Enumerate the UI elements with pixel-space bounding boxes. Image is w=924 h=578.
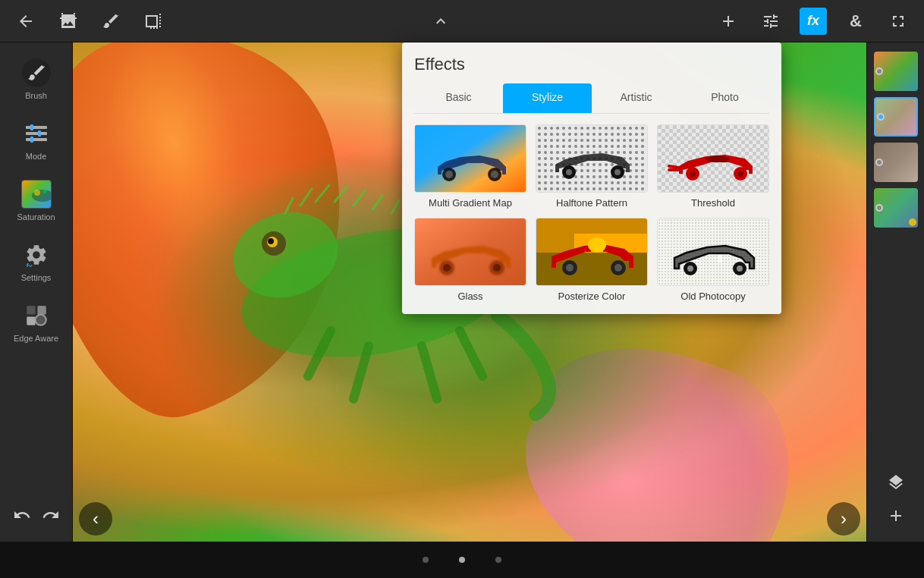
add-image-button[interactable] (55, 8, 82, 35)
effect-thumb-old-photocopy: 3 (657, 218, 769, 286)
sidebar-tool-mode[interactable]: Mode (6, 112, 67, 167)
selection-button[interactable] (140, 8, 167, 35)
svg-point-57 (614, 264, 622, 272)
svg-rect-59 (658, 218, 769, 286)
fullscreen-button[interactable] (885, 8, 912, 35)
saturation-icon (21, 179, 52, 209)
settings-label: Settings (21, 273, 52, 282)
layer-4-radio (875, 204, 883, 212)
effect-multi-gradient-map[interactable]: Multi Gradient Map (414, 124, 526, 209)
sidebar-tool-brush[interactable]: Brush (6, 52, 67, 106)
svg-point-27 (491, 171, 498, 178)
layer-4-thumb[interactable] (874, 188, 918, 228)
tab-artistic[interactable]: Artistic (592, 83, 680, 113)
svg-point-7 (34, 190, 40, 196)
sidebar-tool-edge-aware[interactable]: Edge Aware (6, 294, 67, 349)
brush-icon (21, 58, 52, 88)
sidebar-tool-saturation[interactable]: Saturation (6, 173, 67, 228)
svg-point-34 (614, 169, 621, 175)
svg-rect-1 (26, 132, 47, 135)
brush-label: Brush (25, 91, 47, 100)
svg-point-8 (42, 189, 47, 193)
bottom-dot-2 (459, 557, 465, 563)
layer-1-thumb[interactable] (874, 52, 918, 91)
svg-point-64 (737, 265, 743, 272)
svg-rect-10 (27, 306, 35, 314)
settings-icon: fx (21, 240, 52, 270)
svg-point-41 (690, 171, 696, 177)
effects-grid: Multi Gradient Map Halftone Patter (414, 124, 769, 302)
effects-tabs: Basic Stylize Artistic Photo (414, 83, 769, 114)
effects-panel: Effects Basic Stylize Artistic Photo (402, 42, 781, 314)
collapse-button[interactable] (427, 8, 454, 35)
svg-rect-12 (27, 316, 35, 325)
layers-icon: & (850, 11, 862, 31)
back-button[interactable] (12, 8, 39, 35)
effect-threshold[interactable]: Threshold (657, 124, 769, 209)
effect-label-glass: Glass (457, 291, 482, 302)
layers-button[interactable]: & (842, 8, 869, 35)
bottom-bar (0, 542, 924, 578)
svg-rect-5 (30, 137, 33, 143)
svg-point-48 (443, 264, 451, 272)
effect-glass[interactable]: Glass (414, 218, 526, 302)
layer-3-thumb[interactable] (874, 143, 918, 182)
prev-button[interactable]: ‹ (79, 502, 112, 536)
effect-label-halftone-pattern: Halftone Pattern (556, 197, 627, 209)
toolbar-left (12, 8, 167, 35)
layer-2-thumb[interactable] (874, 97, 918, 137)
tab-stylize[interactable]: Stylize (503, 83, 592, 113)
right-panel (866, 42, 924, 542)
fx-button[interactable]: fx (800, 8, 827, 35)
effect-posterize-color[interactable]: Posterize Color (536, 218, 648, 302)
tab-photo[interactable]: Photo (680, 83, 769, 113)
toolbar-right: fx & (715, 8, 912, 35)
add-layer-button[interactable] (882, 502, 910, 529)
next-button[interactable]: › (827, 502, 860, 536)
effect-label-threshold: Threshold (691, 197, 735, 209)
svg-point-55 (566, 264, 574, 272)
saturation-label: Saturation (17, 212, 55, 221)
layers-panel-button[interactable] (882, 469, 910, 496)
svg-point-32 (566, 169, 572, 175)
redo-button[interactable] (39, 504, 62, 526)
undo-button[interactable] (11, 504, 33, 526)
layer-3-radio (875, 159, 883, 166)
effect-label-multi-gradient-map: Multi Gradient Map (429, 197, 512, 209)
svg-point-50 (493, 264, 501, 272)
svg-rect-4 (38, 130, 41, 137)
effect-thumb-halftone-pattern (536, 124, 648, 193)
svg-rect-3 (30, 124, 33, 130)
effect-halftone-pattern[interactable]: Halftone Pattern (536, 124, 648, 209)
effects-title: Effects (414, 55, 769, 74)
effect-old-photocopy[interactable]: 3 Old Photocopy (657, 218, 769, 302)
svg-rect-2 (26, 138, 47, 141)
fx-label: fx (807, 13, 819, 29)
bottom-dot-1 (423, 557, 429, 563)
svg-text:3: 3 (718, 254, 723, 265)
svg-line-21 (422, 346, 437, 399)
svg-point-62 (687, 265, 693, 272)
adjustments-button[interactable] (757, 8, 784, 35)
layer-bottom-buttons (882, 469, 910, 536)
effect-thumb-glass (414, 218, 526, 286)
add-button[interactable] (715, 8, 742, 35)
next-icon: › (841, 508, 847, 529)
edge-aware-icon (21, 300, 52, 331)
bottom-dot-3 (495, 557, 501, 563)
tab-basic[interactable]: Basic (414, 83, 503, 113)
svg-rect-53 (591, 243, 603, 252)
mode-icon (21, 118, 52, 149)
toolbar-center (427, 8, 454, 35)
effect-thumb-multi-gradient-map (414, 124, 526, 193)
svg-rect-0 (26, 126, 47, 129)
svg-point-25 (445, 171, 453, 178)
svg-point-43 (737, 171, 743, 177)
prev-icon: ‹ (93, 508, 99, 529)
brush-button[interactable] (97, 8, 124, 35)
sidebar-tool-settings[interactable]: fx Settings (6, 234, 67, 288)
svg-line-44 (669, 166, 679, 168)
edge-aware-label: Edge Aware (14, 334, 58, 343)
left-sidebar: Brush Mode (0, 42, 73, 542)
svg-point-18 (268, 238, 274, 244)
